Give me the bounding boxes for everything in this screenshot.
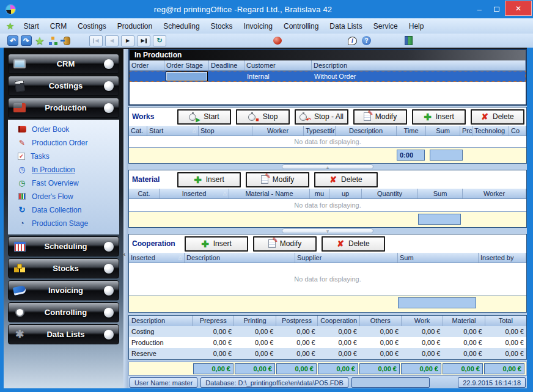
structure-icon[interactable] (48, 35, 59, 46)
material-col-name[interactable]: Material - Name (229, 189, 310, 198)
works-col-stop[interactable]: Stop (199, 126, 252, 136)
sidebar-group-invoicing[interactable]: Invoicing (8, 280, 119, 300)
collapse-left-icon[interactable]: ‹ (123, 252, 125, 258)
help-icon[interactable]: ? (362, 36, 371, 45)
works-stop-all-button[interactable]: ↶ Stop - All (295, 109, 348, 125)
cooperation-col-description[interactable]: Description (185, 253, 295, 263)
cooperation-col-inserted-by[interactable]: Inserted by (479, 253, 526, 263)
exit-icon[interactable] (405, 36, 413, 45)
cooperation-col-supplier[interactable]: Supplier (295, 253, 398, 263)
sidebar-item-in-production[interactable]: ◷ In Production (8, 163, 119, 176)
works-start-button[interactable]: ▶ Start (177, 109, 231, 125)
sidebar-item-orders-flow[interactable]: Order's Flow (8, 190, 119, 203)
maximize-button[interactable] (488, 2, 505, 16)
works-modify-button[interactable]: ✎ Modify (353, 109, 407, 125)
menu-item[interactable]: Start (18, 20, 44, 32)
close-button[interactable]: ✕ (505, 1, 532, 16)
sidebar-group-label: CRM (28, 59, 104, 68)
column-header-description[interactable]: Description (312, 60, 526, 70)
alarm-ball-icon[interactable] (273, 37, 282, 45)
works-col-start[interactable]: Start△ (147, 126, 199, 136)
material-modify-button[interactable]: ✎ Modify (246, 172, 309, 187)
material-col-mu[interactable]: mu (310, 189, 329, 198)
cooperation-delete-button[interactable]: ✘ Delete (322, 236, 385, 252)
menu-item[interactable]: Data Lists (324, 20, 367, 32)
notepad-pencil-icon: ✎ (268, 239, 276, 248)
menu-item[interactable]: Service (368, 20, 403, 32)
menu-item[interactable]: Stocks (205, 20, 238, 32)
sidebar-item-tasks[interactable]: ✓ Tasks (8, 150, 119, 163)
material-col-inserted[interactable]: Inserted△ (160, 189, 229, 198)
sidebar-group-costings[interactable]: Costings (8, 76, 119, 96)
material-col-worker[interactable]: Worker (463, 189, 526, 198)
works-col-typesetting[interactable]: Typesetting (304, 126, 336, 136)
nav-prior-button[interactable]: ◀ (105, 35, 119, 46)
material-total-sum-box (418, 214, 461, 225)
undo-icon[interactable]: ↶ (7, 35, 18, 46)
column-header-order-stage[interactable]: Order Stage (164, 60, 209, 70)
works-col-time[interactable]: Time (397, 126, 426, 136)
works-delete-button[interactable]: ✘ Delete (471, 109, 524, 125)
sidebar-group-scheduling[interactable]: Scheduling (8, 236, 119, 256)
works-col-description[interactable]: Description (336, 126, 397, 136)
works-col-technolog[interactable]: Technolog (472, 126, 509, 136)
cooperation-col-sum[interactable]: Sum (398, 253, 479, 263)
menu-item[interactable]: Controlling (278, 20, 324, 32)
sidebar-group-controlling[interactable]: Controlling (8, 302, 119, 322)
menu-item[interactable]: Scheduling (158, 20, 205, 32)
sidebar-splitter[interactable]: ‹ (123, 49, 128, 388)
collapse-down-handle[interactable]: ▿ (282, 228, 373, 233)
redo-icon[interactable]: ↷ (21, 35, 32, 46)
sidebar-item-order-book[interactable]: Order Book (8, 123, 119, 136)
works-col-sum[interactable]: Sum (426, 126, 460, 136)
column-header-customer[interactable]: Customer (244, 60, 312, 70)
material-delete-button[interactable]: ✘ Delete (314, 172, 378, 187)
works-insert-button[interactable]: ✚ Insert (412, 109, 466, 125)
collapse-up-handle[interactable]: ▵ (282, 164, 373, 169)
works-col-co[interactable]: Co (509, 126, 526, 136)
material-col-cat[interactable]: Cat. (129, 189, 160, 198)
works-stop-button[interactable]: ■ Stop (236, 109, 290, 125)
summary-col-prepress: Prepress (193, 316, 234, 326)
sidebar-item-fast-overview[interactable]: ◷ Fast Overview (8, 176, 119, 190)
menu-item[interactable]: CRM (45, 20, 72, 32)
stopwatch-start-icon: ▶ (189, 112, 199, 122)
material-insert-button[interactable]: ✚ Insert (177, 172, 241, 187)
nav-next-button[interactable]: ▶ (121, 35, 134, 46)
info-icon[interactable]: i (348, 37, 357, 45)
sidebar-item-data-collection[interactable]: ↻ Data Collection (8, 203, 119, 217)
focused-cell-order-stage[interactable] (166, 71, 208, 81)
cooperation-modify-button[interactable]: ✎ Modify (253, 236, 317, 252)
menu-item[interactable]: Help (403, 20, 430, 32)
menu-item[interactable]: Costings (72, 20, 112, 32)
sidebar-group-stocks[interactable]: Stocks (8, 258, 119, 278)
works-col-worker[interactable]: Worker (252, 126, 304, 136)
cooperation-col-inserted[interactable]: Inserted△ (129, 253, 185, 263)
sidebar-group-data-lists[interactable]: ✱ Data Lists (8, 324, 119, 344)
stopwatch-stop-icon: ■ (248, 112, 259, 122)
sidebar-group-crm[interactable]: CRM (8, 54, 119, 74)
menu-item[interactable]: Production (112, 20, 158, 32)
nav-last-button[interactable]: ▶ (137, 35, 150, 46)
column-header-order[interactable]: Order (130, 60, 164, 70)
sidebar-item-production-stage[interactable]: ◔ Production Stage (8, 217, 119, 230)
plus-icon: ✚ (194, 175, 202, 184)
cooperation-insert-button[interactable]: ✚ Insert (185, 236, 248, 252)
sidebar-item-production-order[interactable]: ✎ Production Order (8, 136, 119, 150)
menu-item[interactable]: Invoicing (238, 20, 278, 32)
minimize-button[interactable]: – (471, 2, 488, 16)
works-total-time-box: 0:00 (397, 150, 425, 161)
grand-total-box: 0,00 € (484, 363, 524, 374)
works-col-prc[interactable]: Prc (460, 126, 472, 136)
favorites-star-icon[interactable]: ★ (34, 35, 45, 46)
material-col-up[interactable]: up (329, 189, 362, 198)
refresh-button[interactable]: ↻ (153, 35, 166, 46)
column-header-deadline[interactable]: Deadline (209, 60, 244, 70)
material-col-sum[interactable]: Sum (418, 189, 463, 198)
login-icon[interactable] (61, 35, 72, 46)
nav-first-button[interactable]: ◀ (89, 35, 103, 46)
in-production-selected-row[interactable]: Internal Without Order (130, 71, 526, 82)
material-col-quantity[interactable]: Quantity (362, 189, 418, 198)
works-col-cat[interactable]: Cat. (129, 126, 147, 136)
sidebar-group-production[interactable]: Production (8, 98, 119, 118)
